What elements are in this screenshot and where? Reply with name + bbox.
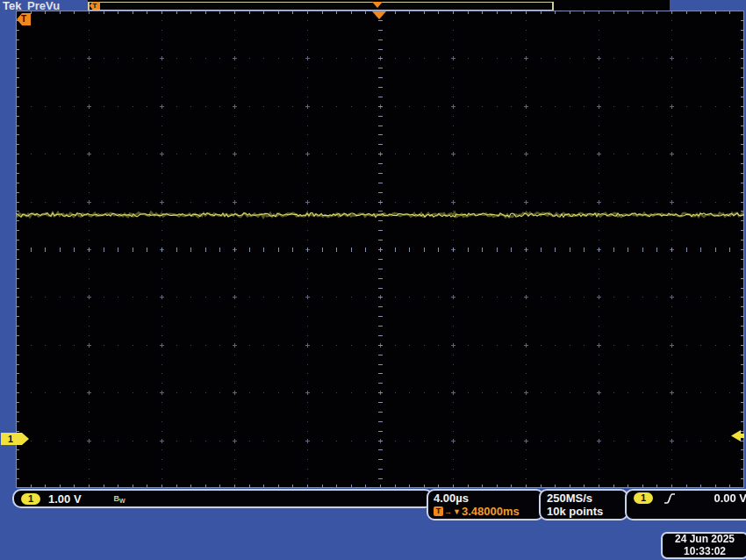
horizontal-scale: 4.00µs xyxy=(434,492,537,505)
trigger-delay-row: T→▼3.48000ms xyxy=(434,505,537,518)
sample-rate: 250MS/s xyxy=(547,492,620,505)
datetime-readout: 24 Jun 2025 10:33:02 xyxy=(661,532,746,559)
horizontal-readout[interactable]: 4.00µs T→▼3.48000ms xyxy=(427,489,544,521)
channel1-readout[interactable]: 1 1.00 V BW xyxy=(12,489,434,508)
time-value: 10:33:02 xyxy=(666,546,743,558)
ground-marker-label: 1 xyxy=(8,434,13,444)
expansion-point-icon[interactable] xyxy=(372,11,386,19)
record-length: 10k points xyxy=(547,505,620,518)
triangle-down-icon: ▼ xyxy=(453,507,461,516)
date-value: 24 Jun 2025 xyxy=(666,534,743,546)
record-window-bracket-left xyxy=(88,3,90,10)
record-bar-window-marker-icon[interactable] xyxy=(372,2,383,8)
trigger-flag-icon: T xyxy=(434,506,443,516)
record-window-bracket-right xyxy=(552,3,554,10)
bandwidth-indicator-icon: BW xyxy=(114,494,126,504)
record-view-bar[interactable] xyxy=(88,2,554,11)
trigger-level-arrow-icon[interactable] xyxy=(731,430,744,442)
channel1-ground-marker-icon[interactable]: 1 xyxy=(1,433,30,445)
channel1-badge: 1 xyxy=(21,493,40,505)
trigger-source-badge: 1 xyxy=(634,492,653,504)
channel1-scale: 1.00 V xyxy=(48,492,82,506)
rising-edge-slope-icon xyxy=(664,492,676,505)
acquisition-readout[interactable]: 250MS/s 10k points xyxy=(539,489,628,521)
graticule-display xyxy=(16,11,744,488)
trigger-level-value: 0.00 V xyxy=(714,492,746,505)
trigger-delay-value: 3.48000ms xyxy=(462,505,520,518)
arrow-right-icon: → xyxy=(444,507,452,516)
trigger-readout[interactable]: 1 0.00 V xyxy=(625,489,746,521)
